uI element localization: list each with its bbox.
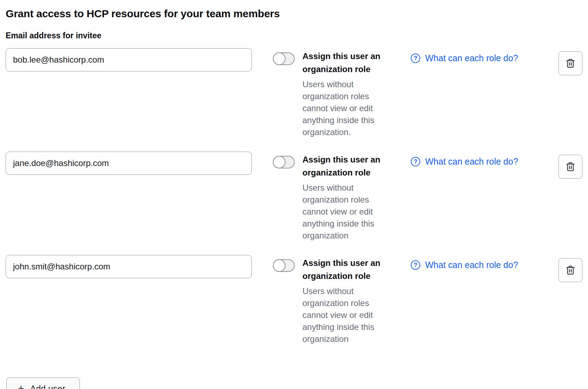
add-user-button[interactable]: + Add user bbox=[6, 377, 80, 389]
role-description: Users without organization roles cannot … bbox=[302, 182, 391, 242]
help-glyph: ? bbox=[414, 159, 417, 165]
role-toggle-label: Assign this user an organization role bbox=[302, 50, 391, 76]
help-circle-icon: ? bbox=[411, 53, 420, 63]
org-role-toggle[interactable] bbox=[273, 156, 295, 168]
invite-row-3: Assign this user an organization role Us… bbox=[6, 255, 582, 345]
role-help-link[interactable]: ? What can each role do? bbox=[411, 157, 518, 167]
invite-row-1: Assign this user an organization role Us… bbox=[6, 48, 582, 138]
invite-rows: Assign this user an organization role Us… bbox=[6, 48, 582, 345]
toggle-knob-icon bbox=[273, 156, 286, 168]
email-input[interactable] bbox=[6, 48, 252, 71]
org-role-toggle[interactable] bbox=[273, 52, 295, 65]
delete-row-button[interactable] bbox=[558, 51, 582, 75]
trash-icon bbox=[565, 161, 576, 172]
org-role-toggle[interactable] bbox=[273, 259, 295, 272]
role-description: Users without organization roles cannot … bbox=[302, 285, 391, 345]
help-link-label: What can each role do? bbox=[425, 260, 518, 270]
role-help-link[interactable]: ? What can each role do? bbox=[411, 260, 518, 270]
plus-icon: + bbox=[18, 383, 24, 389]
help-circle-icon: ? bbox=[411, 157, 420, 166]
role-text-block: Assign this user an organization role Us… bbox=[302, 50, 391, 138]
email-address-label: Email address for invitee bbox=[6, 31, 582, 40]
page-title: Grant access to HCP resources for your t… bbox=[6, 8, 582, 20]
help-glyph: ? bbox=[414, 262, 417, 268]
email-input[interactable] bbox=[6, 255, 252, 278]
role-toggle-label: Assign this user an organization role bbox=[302, 153, 391, 179]
role-text-block: Assign this user an organization role Us… bbox=[302, 256, 391, 345]
role-help-link[interactable]: ? What can each role do? bbox=[411, 53, 518, 63]
trash-icon bbox=[565, 58, 576, 69]
role-description: Users without organization roles cannot … bbox=[302, 78, 391, 138]
help-circle-icon: ? bbox=[411, 260, 420, 270]
help-link-label: What can each role do? bbox=[425, 157, 518, 167]
help-link-label: What can each role do? bbox=[425, 53, 518, 63]
toggle-knob-icon bbox=[273, 259, 286, 272]
role-toggle-label: Assign this user an organization role bbox=[302, 256, 391, 282]
toggle-knob-icon bbox=[273, 52, 286, 65]
trash-icon bbox=[565, 265, 576, 275]
help-glyph: ? bbox=[414, 55, 417, 61]
delete-row-button[interactable] bbox=[558, 258, 582, 282]
role-text-block: Assign this user an organization role Us… bbox=[302, 153, 391, 242]
delete-row-button[interactable] bbox=[558, 155, 582, 179]
email-input[interactable] bbox=[6, 152, 252, 175]
invite-row-2: Assign this user an organization role Us… bbox=[6, 152, 582, 242]
add-user-label: Add user bbox=[30, 384, 65, 389]
